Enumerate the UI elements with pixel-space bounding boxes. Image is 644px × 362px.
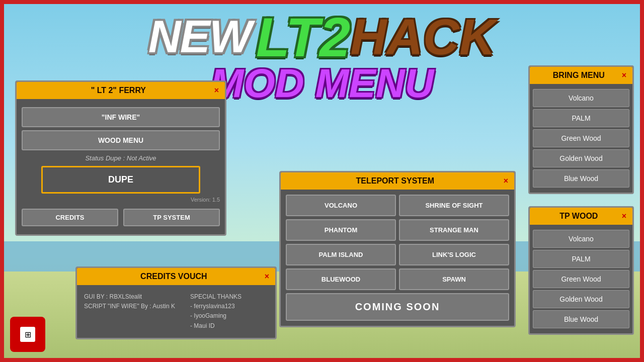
teleport-window: TELEPORT SYSTEM × VOLCANOSHRINE OF SIGHT… — [279, 171, 516, 327]
tp-wood-list: VolcanoPALMGreen WoodGolden WoodBlue Woo… — [530, 225, 632, 333]
teleport-btn-volcano[interactable]: VOLCANO — [286, 195, 396, 216]
tp-wood-item-palm[interactable]: PALM — [533, 250, 629, 268]
credits-right: SPECIAL THANKS - ferryslavina123 - IyooG… — [190, 292, 242, 331]
ferry-window-header: " LT 2" FERRY × — [17, 82, 225, 99]
ferry-window-title: " LT 2" FERRY — [23, 86, 214, 95]
bring-menu-item-volcano[interactable]: Volcano — [533, 89, 629, 107]
status-text: Status Dupe : Not Active — [22, 154, 220, 162]
bring-menu-item-blue-wood[interactable]: Blue Wood — [533, 169, 629, 188]
version-text: Version: 1.5 — [22, 197, 220, 203]
teleport-btn-shrine-of-sight[interactable]: SHRINE OF SIGHT — [399, 195, 509, 216]
credits-button[interactable]: CREDITS — [22, 209, 118, 226]
credits-close-button[interactable]: × — [265, 272, 269, 281]
teleport-close-button[interactable]: × — [504, 176, 508, 186]
teleport-btn-spawn[interactable]: SPAWN — [399, 268, 509, 290]
credits-window: CREDITS VOUCH × GUI BY : RBXLStealit SCR… — [75, 266, 277, 339]
script-by-text: SCRIPT "INF WIRE" By : Austin K — [84, 302, 175, 311]
thanks1-text: - ferryslavina123 — [190, 302, 242, 311]
tp-wood-item-golden-wood[interactable]: Golden Wood — [533, 290, 629, 308]
teleport-btn-link-s-logic[interactable]: LINK'S LOGIC — [399, 244, 509, 265]
thanks3-text: - Maui ID — [190, 321, 242, 331]
title-hack: HACK — [350, 8, 496, 66]
roblox-logo: ⊞ — [10, 317, 45, 352]
tp-wood-close-button[interactable]: × — [622, 212, 626, 221]
tp-system-button[interactable]: TP SYSTEM — [123, 209, 220, 226]
teleport-btn-bluewood[interactable]: BLUEWOOD — [286, 268, 396, 290]
teleport-btn-phantom[interactable]: PHANTOM — [286, 219, 396, 241]
credits-left: GUI BY : RBXLStealit SCRIPT "INF WIRE" B… — [84, 292, 175, 331]
tp-wood-window: TP WOOD × VolcanoPALMGreen WoodGolden Wo… — [528, 206, 634, 335]
credits-body: GUI BY : RBXLStealit SCRIPT "INF WIRE" B… — [77, 285, 275, 338]
title-area: NEW LT 2 HACK — [10, 5, 634, 69]
bring-menu-title: BRING MENU — [536, 71, 622, 80]
title-new: NEW — [148, 11, 251, 63]
teleport-btn-palm-island[interactable]: PALM ISLAND — [286, 244, 396, 265]
roblox-logo-icon: ⊞ — [20, 327, 35, 342]
bring-menu-close-button[interactable]: × — [622, 71, 626, 80]
tp-wood-title: TP WOOD — [536, 212, 622, 221]
special-thanks-title: SPECIAL THANKS — [190, 292, 242, 302]
title-mod-menu: MOD MENU — [210, 60, 434, 107]
gui-by-text: GUI BY : RBXLStealit — [84, 292, 175, 302]
wood-menu-button[interactable]: WOOD MENU — [22, 130, 220, 150]
teleport-grid: VOLCANOSHRINE OF SIGHTPHANTOMSTRANGE MAN… — [281, 190, 514, 326]
teleport-btn-strange-man[interactable]: STRANGE MAN — [399, 219, 509, 241]
inf-wire-button[interactable]: "INF WIRE" — [22, 107, 220, 127]
bring-menu-window: BRING MENU × VolcanoPALMGreen WoodGolden… — [528, 65, 634, 194]
bring-menu-list: VolcanoPALMGreen WoodGolden WoodBlue Woo… — [530, 84, 632, 193]
bottom-buttons: CREDITS TP SYSTEM — [22, 206, 220, 229]
title-lt: LT — [256, 5, 319, 69]
credits-window-header: CREDITS VOUCH × — [77, 268, 275, 285]
teleport-window-title: TELEPORT SYSTEM — [287, 176, 504, 186]
title-2: 2 — [319, 5, 350, 69]
tp-wood-header: TP WOOD × — [530, 208, 632, 225]
dupe-button[interactable]: DUPE — [41, 166, 200, 194]
coming-soon-button[interactable]: COMING SOON — [286, 293, 509, 321]
ferry-window: " LT 2" FERRY × "INF WIRE" WOOD MENU Sta… — [15, 80, 226, 236]
teleport-window-header: TELEPORT SYSTEM × — [281, 172, 514, 190]
thanks2-text: - IyooGaming — [190, 311, 242, 321]
tp-wood-item-blue-wood[interactable]: Blue Wood — [533, 310, 629, 328]
tp-wood-item-green-wood[interactable]: Green Wood — [533, 270, 629, 288]
bring-menu-item-green-wood[interactable]: Green Wood — [533, 129, 629, 147]
tp-wood-item-volcano[interactable]: Volcano — [533, 230, 629, 248]
ferry-window-body: "INF WIRE" WOOD MENU Status Dupe : Not A… — [17, 99, 225, 234]
credits-window-title: CREDITS VOUCH — [83, 272, 265, 281]
bring-menu-item-golden-wood[interactable]: Golden Wood — [533, 149, 629, 167]
ferry-close-button[interactable]: × — [214, 86, 219, 95]
bring-menu-header: BRING MENU × — [530, 67, 632, 84]
bring-menu-item-palm[interactable]: PALM — [533, 109, 629, 127]
